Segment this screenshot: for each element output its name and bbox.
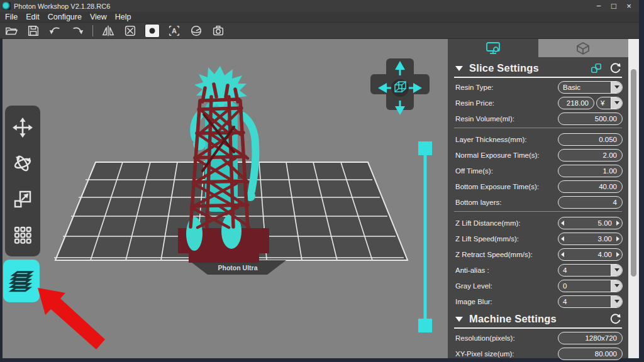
panel-tabs bbox=[448, 39, 628, 57]
spinner-increase-icon[interactable] bbox=[614, 233, 622, 244]
menu-item-view[interactable]: View bbox=[90, 13, 107, 21]
normal-exposure-input[interactable]: 2.00 bbox=[558, 149, 623, 162]
spinner-decrease-icon[interactable] bbox=[558, 249, 567, 260]
open-file-icon[interactable] bbox=[4, 24, 19, 38]
off-time-input[interactable]: 1.00 bbox=[558, 165, 623, 177]
anti-alias-select[interactable]: 4 bbox=[558, 264, 623, 277]
viewport-3d[interactable]: Photon Ultra bbox=[3, 39, 448, 358]
setting-row: Resin Volume(ml): 500.00 bbox=[455, 112, 623, 125]
resin-price-input[interactable]: 218.00 bbox=[558, 97, 594, 109]
chevron-down-icon[interactable] bbox=[611, 82, 622, 93]
tab-machine-preview[interactable] bbox=[538, 39, 629, 57]
menu-bar: File Edit Configure View Help bbox=[0, 12, 639, 23]
chevron-down-icon[interactable] bbox=[611, 265, 622, 276]
setting-row: Resin Price: 218.00 ¥ bbox=[455, 96, 623, 109]
machine-settings-header[interactable]: Machine Settings bbox=[455, 311, 622, 327]
view-navigation-pad[interactable] bbox=[370, 58, 430, 115]
spinner-decrease-icon[interactable] bbox=[558, 217, 567, 229]
xy-pixel-size-field[interactable]: 80.000 bbox=[558, 348, 623, 360]
resolution-field[interactable]: 1280x720 bbox=[558, 332, 623, 344]
bottom-layers-input[interactable]: 4 bbox=[558, 196, 623, 209]
gray-level-select[interactable]: 0 bbox=[558, 280, 623, 292]
chevron-down-icon[interactable] bbox=[611, 296, 622, 307]
divider bbox=[454, 128, 622, 128]
resin-volume-input[interactable]: 500.00 bbox=[558, 112, 623, 125]
menu-item-file[interactable]: File bbox=[5, 13, 18, 21]
image-blur-select[interactable]: 4 bbox=[558, 295, 623, 308]
window-controls: − □ × bbox=[592, 1, 635, 11]
spinner-increase-icon[interactable] bbox=[614, 249, 622, 260]
setting-row: Normal Exposure Time(s): 2.00 bbox=[455, 148, 623, 162]
split-model-icon[interactable] bbox=[189, 24, 204, 38]
slider-bottom-handle[interactable] bbox=[418, 319, 432, 332]
layer-thickness-input[interactable]: 0.050 bbox=[558, 133, 623, 146]
redo-icon[interactable] bbox=[70, 24, 85, 38]
setting-row: Z Retract Speed(mm/s): 4.00 bbox=[455, 248, 623, 261]
toolbar-separator bbox=[92, 25, 93, 36]
hollow-icon[interactable] bbox=[123, 24, 138, 38]
minimize-button[interactable]: − bbox=[592, 1, 605, 11]
scale-tool-button[interactable] bbox=[10, 187, 35, 212]
monitor-gear-icon bbox=[485, 41, 501, 56]
nav-home-cube-icon[interactable] bbox=[391, 79, 409, 97]
copy-parameters-icon[interactable] bbox=[589, 62, 603, 75]
undo-icon[interactable] bbox=[48, 24, 63, 38]
spinner-decrease-icon[interactable] bbox=[558, 233, 567, 244]
move-tool-button[interactable] bbox=[10, 115, 35, 140]
printer-box-icon bbox=[575, 41, 591, 56]
currency-select[interactable]: ¥ bbox=[596, 97, 623, 109]
plate-name-label: Photon Ultra bbox=[218, 264, 258, 272]
z-height-slider[interactable] bbox=[418, 141, 432, 332]
slice-settings-header[interactable]: Slice Settings bbox=[455, 60, 622, 76]
reset-slice-settings-icon[interactable] bbox=[608, 62, 622, 75]
setting-row: Resolution(pixels): 1280x720 bbox=[455, 331, 623, 344]
mirror-icon[interactable] bbox=[101, 24, 116, 38]
setting-row: Z Lift Distance(mm): 5.00 bbox=[455, 216, 623, 229]
z-retract-speed-spinner[interactable]: 4.00 bbox=[558, 248, 623, 261]
menu-item-help[interactable]: Help bbox=[115, 13, 131, 21]
settings-panel: Slice Settings Resin Type: Basic Resin P… bbox=[448, 39, 628, 358]
resin-type-select[interactable]: Basic bbox=[558, 81, 623, 94]
setting-row: Gray Level: 0 bbox=[455, 279, 623, 292]
text-tool-icon[interactable]: A bbox=[167, 24, 182, 38]
scrollbar-thumb[interactable] bbox=[631, 69, 636, 277]
setting-row: Bottom layers: 4 bbox=[455, 195, 623, 209]
header-underline bbox=[454, 77, 622, 78]
z-lift-distance-spinner[interactable]: 5.00 bbox=[558, 217, 623, 229]
setting-row: Z Lift Speed(mm/s): 3.00 bbox=[455, 232, 623, 245]
section-title: Machine Settings bbox=[469, 313, 603, 325]
array-tool-button[interactable] bbox=[10, 222, 35, 248]
chevron-down-icon[interactable] bbox=[611, 280, 622, 292]
panel-scrollbar[interactable] bbox=[628, 39, 639, 358]
chevron-down-icon[interactable] bbox=[611, 97, 622, 109]
close-button[interactable]: × bbox=[623, 1, 635, 11]
slice-layers-icon bbox=[8, 267, 35, 295]
header-underline bbox=[454, 327, 622, 329]
setting-row: Bottom Exposure Time(s): 40.00 bbox=[455, 180, 623, 193]
z-lift-speed-spinner[interactable]: 3.00 bbox=[558, 233, 623, 245]
slice-button[interactable] bbox=[3, 260, 40, 302]
drill-hole-icon[interactable] bbox=[145, 24, 160, 38]
transform-tool-panel bbox=[5, 106, 40, 256]
slider-top-handle[interactable] bbox=[418, 141, 432, 155]
rotate-tool-button[interactable] bbox=[10, 151, 35, 176]
collapse-triangle-icon[interactable] bbox=[455, 317, 463, 322]
model-check-icon[interactable] bbox=[211, 24, 226, 38]
bottom-exposure-input[interactable]: 40.00 bbox=[558, 180, 623, 193]
setting-row: Layer Thickness(mm): 0.050 bbox=[455, 133, 623, 146]
app-icon bbox=[3, 2, 11, 10]
setting-row: Off Time(s): 1.00 bbox=[455, 164, 623, 177]
menu-item-configure[interactable]: Configure bbox=[48, 13, 82, 21]
svg-text:A: A bbox=[172, 27, 177, 35]
scene-canvas: Photon Ultra bbox=[3, 39, 448, 358]
window-title: Photon Workshop V2.1.28.RC6 bbox=[14, 3, 110, 10]
reset-machine-settings-icon[interactable] bbox=[608, 313, 622, 326]
divider bbox=[454, 211, 622, 212]
setting-row: Image Blur: 4 bbox=[455, 295, 623, 308]
menu-item-edit[interactable]: Edit bbox=[26, 13, 40, 21]
save-file-icon[interactable] bbox=[26, 24, 41, 38]
spinner-increase-icon[interactable] bbox=[614, 217, 622, 229]
tab-slice-settings[interactable] bbox=[448, 39, 538, 57]
collapse-triangle-icon[interactable] bbox=[455, 66, 463, 71]
maximize-button[interactable]: □ bbox=[608, 1, 620, 11]
